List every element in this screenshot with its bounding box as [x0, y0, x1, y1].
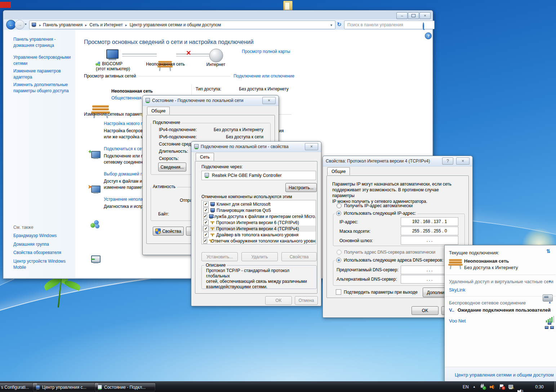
volume-mixer-tray-icon[interactable]: ) — [490, 385, 495, 389]
uninstall-button[interactable]: Удалить — [241, 252, 278, 261]
breadcrumb-item-control-panel[interactable]: Панель управления — [43, 22, 83, 27]
install-button[interactable]: Установить... — [201, 252, 238, 261]
status-tab-general[interactable]: Общие — [147, 107, 170, 115]
gateway-input[interactable]: . . . — [401, 236, 458, 245]
props-cancel-button[interactable]: Отмена — [295, 296, 318, 305]
task-connect-link[interactable]: Подключиться к сети — [104, 146, 146, 151]
open-network-center-link[interactable]: Центр управления сетями и общим доступом — [455, 372, 554, 378]
sidebar-item-sharing[interactable]: Изменить дополнительные параметры общего… — [13, 82, 69, 94]
checkbox-checked-icon[interactable]: ✓ — [203, 232, 209, 237]
ipv4-conn-label: IPv4-подключение: — [159, 127, 197, 132]
refresh-networks-button[interactable]: ⇅ — [546, 248, 551, 254]
breadcrumb-item-network-internet[interactable]: Сеть и Интернет — [89, 22, 123, 27]
checkbox-checked-icon[interactable]: ✓ — [203, 220, 209, 225]
action-center-tray-icon[interactable]: × — [499, 384, 506, 390]
component-row[interactable]: ✓ Служба доступа к файлам и принтерам се… — [202, 213, 316, 219]
sidebar-item-wmc[interactable]: Центр устройств Windows Mobile — [13, 258, 66, 271]
show-desktop-button[interactable] — [553, 382, 556, 392]
component-row[interactable]: ✓ Планировщик пакетов QoS — [202, 207, 316, 213]
ipv4-help-button[interactable]: ? — [442, 157, 453, 165]
ipv4-ok-button[interactable]: OK — [412, 306, 439, 315]
ip-input[interactable]: 192 . 168 . 137 . 1 — [401, 217, 458, 226]
close-button[interactable]: × — [419, 12, 431, 19]
sidebar-item-adapter[interactable]: Изменение параметров адаптера — [13, 68, 61, 80]
sidebar-item-homegroup[interactable]: Домашняя группа — [13, 242, 49, 247]
collapse-icon[interactable]: ▴ — [549, 300, 551, 304]
ipv4-dialog-titlebar[interactable]: Свойства: Протокол Интернета версии 4 (T… — [323, 156, 472, 166]
status-properties-button[interactable]: Свойства — [153, 227, 184, 236]
radio-auto-dns[interactable]: Получить адрес DNS-сервера автоматически — [337, 250, 435, 255]
skylink-item[interactable]: SkyLink — [449, 287, 466, 293]
volume-tray-icon[interactable]: )) — [517, 389, 522, 392]
ipv4-conn-value: Без доступа к Интернету — [200, 127, 263, 132]
active-network-name: Неопознанная сеть — [111, 89, 153, 94]
network-warning-tray-icon[interactable]: ⚠ — [508, 384, 515, 390]
collapse-icon[interactable]: ▴ — [549, 279, 551, 283]
voonet-item[interactable]: Voo Net — [449, 318, 466, 324]
sidebar-item-firewall[interactable]: Брандмауэр Windows — [13, 233, 57, 238]
props-dialog-titlebar[interactable]: Подключение по локальной сети - свойства… — [191, 142, 321, 152]
vpn-section-header[interactable]: Удаленный доступ и виртуальные частные с… — [449, 279, 553, 284]
window-caption-buttons: – × — [396, 12, 431, 19]
checkbox-checked-icon[interactable]: ✓ — [203, 238, 207, 244]
confirm-exit-checkbox[interactable]: Подтвердить параметры при выходе — [336, 289, 418, 295]
search-box — [344, 21, 435, 29]
search-input[interactable] — [347, 21, 426, 28]
sidebar-item-wireless[interactable]: Управление беспроводными сетями — [13, 54, 71, 67]
recent-pages-dropdown[interactable]: ▾ — [25, 22, 27, 26]
forward-button[interactable]: → — [15, 20, 25, 30]
clock[interactable]: 0:30 — [530, 384, 548, 389]
maximize-button[interactable] — [408, 12, 419, 19]
taskbar-task3[interactable]: Состояние - Подкл... — [94, 383, 156, 392]
radio-manual-dns[interactable]: Использовать следующие адреса DNS-сервер… — [335, 258, 445, 263]
flyout-network-name[interactable]: Неопознанная сеть — [464, 258, 509, 264]
configure-button[interactable]: Настроить... — [285, 183, 317, 192]
taskbar-task1[interactable]: s Configurati... — [0, 383, 37, 392]
connect-disconnect-link[interactable]: Подключение или отключение — [233, 74, 294, 79]
component-properties-button[interactable]: Свойства — [281, 252, 317, 261]
minimize-button[interactable]: – — [396, 12, 408, 19]
wireless-section-header[interactable]: Беспроводное сетевое соединение — [449, 300, 526, 306]
component-row[interactable]: ✓ Ответчик обнаружения топологии канальн… — [202, 238, 316, 244]
radio-auto-ip[interactable]: Получить IP-адрес автоматически — [337, 203, 413, 208]
breadcrumb-item-network-sharing[interactable]: Центр управления сетями и общим доступом — [130, 22, 221, 27]
checkbox-checked-icon[interactable]: ✓ — [203, 208, 209, 213]
tray-expand-button[interactable]: ▲ — [473, 385, 476, 388]
back-button[interactable]: ← — [6, 20, 16, 30]
map-computer-icon[interactable] — [106, 49, 119, 60]
full-map-link[interactable]: Просмотр полной карты — [242, 49, 290, 54]
lan-properties-dialog: Подключение по локальной сети - свойства… — [191, 141, 321, 306]
map-internet-icon[interactable] — [209, 49, 223, 62]
mask-input[interactable]: 255 . 255 . 255 . 0 — [401, 227, 458, 235]
minimize-icon: – — [401, 14, 403, 18]
component-row[interactable]: ✓ Драйвер в/в тополога канального уровня — [202, 232, 316, 238]
usb-tray-icon[interactable]: ✓ — [480, 384, 486, 390]
props-ok-button[interactable]: OK — [265, 296, 292, 305]
help-button[interactable]: ? — [425, 32, 432, 39]
language-indicator[interactable]: EN — [463, 384, 469, 389]
ipv4-tab-general[interactable]: Общие — [327, 167, 350, 175]
sidebar-item-home[interactable]: Панель управления - домашняя страница — [13, 36, 56, 49]
props-close-button[interactable]: × — [305, 143, 318, 150]
search-icon[interactable] — [423, 22, 424, 30]
ipv4-close-button[interactable]: × — [456, 157, 470, 165]
refresh-button[interactable]: ↻ — [337, 21, 342, 28]
maximize-icon — [412, 14, 415, 17]
checkbox-checked-icon[interactable]: ✓ — [203, 201, 209, 207]
status-dialog-titlebar[interactable]: Состояние - Подключение по локальной сет… — [143, 95, 279, 106]
ip-label: IP-адрес: — [339, 219, 358, 224]
address-dropdown-icon[interactable]: ▾ — [330, 23, 332, 27]
taskbar-task2[interactable]: Центр управления с... — [32, 383, 99, 392]
sidebar-item-inet-options[interactable]: Свойства обозревателя — [13, 250, 61, 255]
radio-manual-ip[interactable]: Использовать следующий IP-адрес: — [335, 211, 417, 216]
details-button[interactable]: Сведения... — [158, 162, 186, 172]
component-row[interactable]: ✓ Клиент для сетей Microsoft — [202, 201, 316, 207]
props-tab-network[interactable]: Сеть — [196, 153, 214, 161]
hosted-network-item[interactable]: V.. Ожидание подключения пользователей — [449, 307, 551, 313]
checkbox-checked-icon[interactable]: ✓ — [203, 214, 207, 219]
checkbox-checked-icon[interactable]: ✓ — [203, 226, 209, 231]
desktop-folder-icon[interactable] — [283, 1, 293, 11]
component-row[interactable]: ✓ Протокол Интернета версии 6 (TCP/IPv6) — [202, 219, 316, 226]
component-row-selected[interactable]: ✓ Протокол Интернета версии 4 (TCP/IPv4) — [202, 226, 316, 232]
status-close-button[interactable]: × — [262, 97, 276, 104]
